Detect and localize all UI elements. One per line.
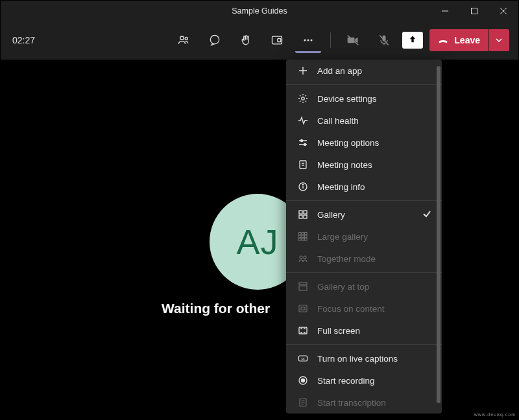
fullscreen-icon bbox=[298, 325, 308, 336]
menu-live-captions[interactable]: cc Turn on live captions bbox=[286, 347, 442, 369]
menu-device-settings[interactable]: Device settings bbox=[286, 88, 442, 110]
svg-rect-46 bbox=[299, 305, 307, 312]
close-button[interactable] bbox=[489, 1, 518, 21]
focus-icon bbox=[298, 303, 308, 314]
gallery-icon bbox=[298, 209, 308, 220]
svg-point-43 bbox=[304, 256, 306, 259]
reactions-button[interactable] bbox=[233, 27, 259, 53]
rooms-button[interactable] bbox=[264, 27, 290, 53]
hangup-icon bbox=[437, 34, 449, 46]
svg-rect-8 bbox=[278, 39, 281, 42]
more-actions-button[interactable] bbox=[295, 27, 321, 53]
svg-point-4 bbox=[180, 36, 184, 40]
svg-point-9 bbox=[304, 40, 306, 41]
avatar-initials: AJ bbox=[236, 222, 278, 262]
plus-icon bbox=[298, 65, 308, 76]
menu-label: Call health bbox=[317, 116, 359, 126]
svg-rect-35 bbox=[305, 233, 308, 235]
svg-rect-40 bbox=[302, 239, 304, 241]
svg-point-28 bbox=[302, 184, 303, 185]
rooms-icon bbox=[271, 34, 284, 47]
menu-meeting-info[interactable]: Meeting info bbox=[286, 176, 442, 198]
transcript-icon bbox=[298, 397, 308, 408]
svg-rect-48 bbox=[299, 327, 307, 334]
menu-together-mode: Together mode bbox=[286, 248, 442, 270]
svg-point-10 bbox=[308, 40, 309, 41]
menu-call-health[interactable]: Call health bbox=[286, 110, 442, 132]
svg-rect-44 bbox=[299, 283, 307, 285]
menu-label: Meeting notes bbox=[317, 160, 372, 170]
menu-label: Full screen bbox=[317, 326, 360, 336]
menu-gallery-at-top: Gallery at top bbox=[286, 275, 442, 298]
chat-button[interactable] bbox=[202, 27, 228, 53]
svg-rect-31 bbox=[299, 215, 302, 218]
waiting-text: Waiting for other bbox=[162, 301, 270, 316]
chevron-down-icon bbox=[496, 37, 502, 43]
menu-label: Focus on content bbox=[317, 304, 385, 314]
svg-point-5 bbox=[185, 38, 187, 40]
svg-rect-1 bbox=[471, 8, 477, 14]
menu-label: Start transcription bbox=[317, 398, 386, 408]
close-icon bbox=[500, 8, 507, 14]
watermark: www.deuaq.com bbox=[474, 412, 516, 417]
share-button[interactable] bbox=[402, 32, 423, 49]
menu-meeting-options[interactable]: Meeting options bbox=[286, 132, 442, 154]
menu-label: Gallery at top bbox=[317, 282, 369, 292]
raise-hand-icon bbox=[239, 34, 252, 47]
leave-label: Leave bbox=[454, 35, 480, 45]
camera-off-icon bbox=[346, 34, 359, 47]
menu-label: Large gallery bbox=[317, 232, 368, 242]
svg-point-11 bbox=[311, 40, 313, 41]
notes-icon bbox=[298, 159, 308, 170]
svg-point-42 bbox=[300, 256, 302, 259]
cc-icon: cc bbox=[298, 353, 308, 364]
menu-meeting-notes[interactable]: Meeting notes bbox=[286, 154, 442, 176]
minimize-button[interactable] bbox=[430, 1, 459, 21]
menu-label: Add an app bbox=[317, 66, 362, 76]
svg-rect-23 bbox=[300, 161, 306, 169]
svg-point-20 bbox=[301, 140, 303, 142]
app-window: Sample Guides 02:27 bbox=[0, 0, 519, 420]
check-icon bbox=[422, 209, 431, 220]
svg-rect-36 bbox=[299, 235, 302, 238]
info-icon bbox=[298, 181, 308, 192]
more-actions-menu: Add an app Device settings Call health M… bbox=[286, 60, 442, 414]
menu-add-app[interactable]: Add an app bbox=[286, 60, 442, 82]
menu-divider bbox=[286, 84, 442, 85]
svg-point-18 bbox=[302, 97, 304, 100]
menu-full-screen[interactable]: Full screen bbox=[286, 320, 442, 342]
menu-start-transcription: Start transcription bbox=[286, 391, 442, 414]
menu-focus-content: Focus on content bbox=[286, 298, 442, 320]
svg-rect-38 bbox=[305, 235, 308, 238]
menu-label: Start recording bbox=[317, 376, 375, 386]
mic-button[interactable] bbox=[371, 27, 397, 53]
titlebar: Sample Guides bbox=[1, 1, 518, 21]
meeting-toolbar: 02:27 bbox=[1, 21, 518, 60]
menu-start-recording[interactable]: Start recording bbox=[286, 369, 442, 391]
gear-icon bbox=[298, 93, 308, 104]
people-button[interactable] bbox=[171, 27, 197, 53]
leave-button[interactable]: Leave bbox=[429, 29, 488, 51]
menu-gallery[interactable]: Gallery bbox=[286, 204, 442, 226]
menu-large-gallery: Large gallery bbox=[286, 226, 442, 248]
mic-off-icon bbox=[378, 34, 391, 47]
svg-rect-41 bbox=[305, 239, 308, 241]
minimize-icon bbox=[442, 8, 448, 14]
camera-button[interactable] bbox=[340, 27, 366, 53]
maximize-button[interactable] bbox=[459, 1, 489, 21]
together-icon bbox=[298, 253, 308, 264]
svg-point-52 bbox=[302, 379, 305, 382]
pulse-icon bbox=[298, 115, 308, 126]
record-icon bbox=[298, 375, 308, 386]
svg-rect-45 bbox=[299, 286, 307, 290]
leave-caret-button[interactable] bbox=[489, 29, 509, 51]
svg-rect-29 bbox=[299, 211, 302, 214]
people-icon bbox=[177, 34, 190, 47]
gallery-top-icon bbox=[298, 281, 308, 292]
svg-rect-39 bbox=[299, 239, 302, 241]
large-gallery-icon bbox=[298, 231, 308, 242]
svg-rect-33 bbox=[299, 233, 302, 235]
meeting-timer: 02:27 bbox=[12, 35, 35, 45]
svg-point-6 bbox=[211, 36, 219, 44]
menu-label: Together mode bbox=[317, 254, 376, 264]
